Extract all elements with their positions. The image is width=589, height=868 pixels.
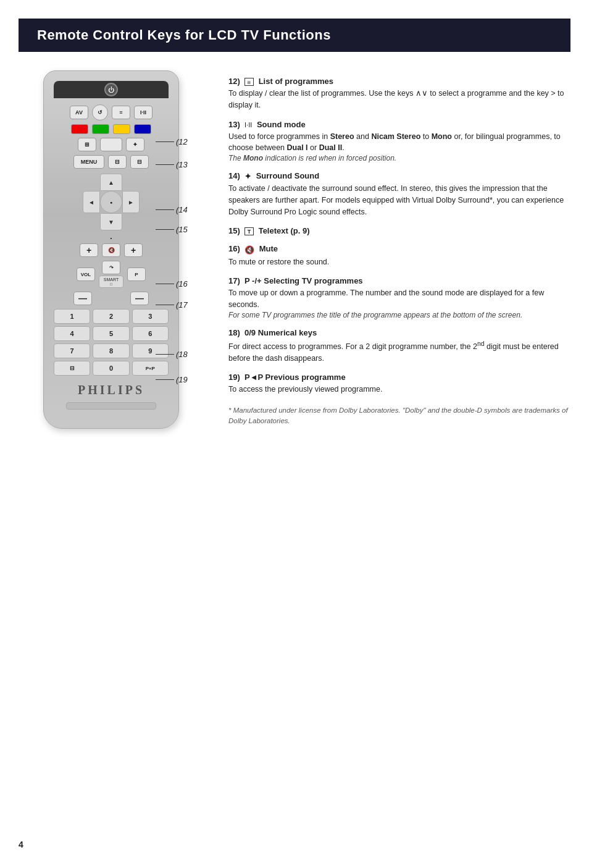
- item-19-body: To access the previously viewed programm…: [228, 384, 570, 395]
- num-0-button[interactable]: 0: [93, 361, 129, 376]
- item-18-title: 0/9 Numerical keys: [244, 328, 317, 337]
- smart-button[interactable]: SMART□: [99, 276, 123, 288]
- remote-speaker: [66, 402, 156, 410]
- num-5-button[interactable]: 5: [93, 326, 129, 341]
- item-14-number: 14): [228, 171, 242, 180]
- teletext-icon: ⊞: [85, 141, 90, 148]
- item-18-number: 18): [228, 328, 242, 337]
- dpad-left[interactable]: ◄: [83, 191, 100, 213]
- row-color: [54, 124, 169, 134]
- item-16-body: To mute or restore the sound.: [228, 256, 570, 268]
- ann-line-17: [156, 305, 174, 305]
- item-15-number: 15): [228, 226, 242, 235]
- p-minus-button[interactable]: —: [130, 292, 149, 305]
- p-arrow-button[interactable]: ↷: [102, 261, 120, 274]
- ann-18: (18: [156, 350, 188, 359]
- item-12-number: 12): [228, 77, 242, 86]
- row-vol: + 🔇 +: [54, 243, 169, 257]
- item-14: 14) ✦ Surround Sound To activate / deact…: [228, 171, 570, 217]
- num-1-button[interactable]: 1: [54, 309, 90, 324]
- bottom-num-row: ⊟ 0 P«P: [54, 361, 169, 376]
- ann-label-13: (13: [176, 160, 188, 169]
- ann-line-14: [156, 209, 174, 210]
- p-label: P: [127, 268, 146, 281]
- ann-14: (14: [156, 205, 188, 214]
- aspect-icon: ⊟: [115, 159, 120, 165]
- item-13: 13) I·II Sound mode Used to force progra…: [228, 120, 570, 163]
- item-17-heading: 17) P -/+ Selecting TV programmes: [228, 276, 570, 285]
- num-4-button[interactable]: 4: [54, 326, 90, 341]
- num-7-button[interactable]: 7: [54, 343, 90, 358]
- list-button[interactable]: ≡: [112, 106, 130, 119]
- vol-minus-button[interactable]: —: [73, 292, 92, 305]
- annotations: (12 (13 (14 (15: [156, 70, 199, 441]
- rotate-button[interactable]: ↺: [92, 104, 108, 120]
- mute-icon: 🔇: [108, 247, 115, 253]
- power-icon: ⏻: [108, 86, 114, 93]
- power-button[interactable]: ⏻: [104, 83, 118, 96]
- list-icon: ≡: [119, 109, 122, 116]
- ann-line-13: [156, 164, 174, 165]
- item-17: 17) P -/+ Selecting TV programmes To mov…: [228, 276, 570, 319]
- ann-19: (19: [156, 375, 188, 384]
- blue-button[interactable]: [134, 124, 151, 134]
- menu-button[interactable]: MENU: [73, 155, 104, 169]
- mute-icon-item: 🔇: [244, 245, 254, 255]
- av-button[interactable]: AV: [70, 106, 88, 119]
- ann-line-16: [156, 284, 174, 284]
- dpad-center[interactable]: ●: [100, 191, 122, 213]
- teletext-button[interactable]: ⊞: [78, 138, 96, 151]
- ann-label-17: (17: [176, 300, 188, 310]
- subtitle-button[interactable]: ⊟: [130, 155, 149, 169]
- teletext-icon-item: T: [244, 227, 254, 235]
- dpad-right[interactable]: ►: [122, 191, 140, 213]
- item-15: 15) T Teletext (p. 9): [228, 226, 570, 235]
- p-plus-button[interactable]: +: [124, 243, 143, 257]
- page-header: Remote Control Keys for LCD TV Functions: [19, 19, 570, 52]
- blank-button[interactable]: [100, 138, 122, 151]
- item-14-heading: 14) ✦ Surround Sound: [228, 171, 570, 181]
- num-8-button[interactable]: 8: [93, 343, 129, 358]
- teletext2-button[interactable]: ⊟: [54, 361, 90, 376]
- item-17-title: P -/+ Selecting TV programmes: [244, 276, 363, 285]
- ann-label-19: (19: [176, 375, 188, 384]
- info-side: 12) ≡ List of programmes To display / cl…: [228, 70, 570, 429]
- rotate-icon: ↺: [98, 109, 102, 116]
- item-19-number: 19): [228, 373, 242, 382]
- row-teletext: ⊞ ✦: [54, 138, 169, 151]
- num-2-button[interactable]: 2: [93, 309, 129, 324]
- row-av: AV ↺ ≡ I·II: [54, 104, 169, 120]
- mute-button[interactable]: 🔇: [102, 243, 120, 257]
- item-13-number: 13): [228, 120, 242, 129]
- ann-line-12: [156, 141, 174, 142]
- ann-label-16: (16: [176, 279, 188, 289]
- ann-17: (17: [156, 300, 188, 310]
- footnote: * Manufactured under license from Dolby …: [228, 405, 570, 427]
- item-16: 16) 🔇 Mute To mute or restore the sound.: [228, 244, 570, 268]
- ann-16: (16: [156, 279, 188, 289]
- ann-line-19: [156, 379, 174, 380]
- item-13-body: Used to force programmes in Stereo and N…: [228, 131, 570, 154]
- aspect-button[interactable]: ⊟: [108, 155, 127, 169]
- item-18-heading: 18) 0/9 Numerical keys: [228, 328, 570, 337]
- item-16-heading: 16) 🔇 Mute: [228, 244, 570, 254]
- row-menu: MENU ⊟ ⊟: [54, 155, 169, 169]
- item-12: 12) ≡ List of programmes To display / cl…: [228, 77, 570, 111]
- dual-button[interactable]: I·II: [134, 106, 152, 119]
- vol-plus-button[interactable]: +: [80, 243, 98, 257]
- red-button[interactable]: [71, 124, 88, 134]
- dpad-down[interactable]: ▼: [100, 213, 122, 230]
- green-button[interactable]: [92, 124, 109, 134]
- yellow-button[interactable]: [113, 124, 130, 134]
- dpad-up[interactable]: ▲: [100, 174, 122, 191]
- ann-label-15: (15: [176, 225, 188, 234]
- list-programmes-icon: ≡: [244, 78, 254, 86]
- sound-mode-icon: I·II: [244, 121, 252, 129]
- menu-icon: MENU: [81, 159, 98, 165]
- ann-label-18: (18: [176, 350, 188, 359]
- item-17-body: To move up or down a programme. The numb…: [228, 287, 570, 311]
- surround-button[interactable]: ✦: [126, 138, 144, 151]
- row-smart: VOL ↷ SMART□ P: [54, 261, 169, 288]
- item-17-number: 17): [228, 276, 242, 285]
- item-15-heading: 15) T Teletext (p. 9): [228, 226, 570, 235]
